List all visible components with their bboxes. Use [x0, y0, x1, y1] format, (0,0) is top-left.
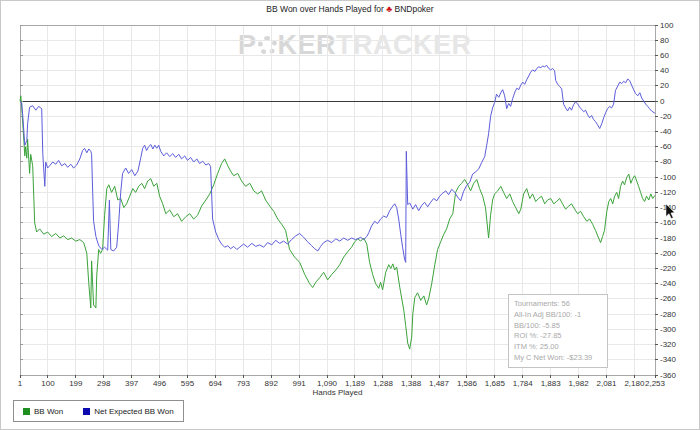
y-tick-label: -100 [660, 173, 677, 182]
x-tick-label: 1,982 [569, 379, 590, 388]
y-tick-label: -240 [660, 279, 677, 288]
legend-label: Net Expected BB Won [94, 407, 173, 416]
x-tick-label: 1,090 [317, 379, 338, 388]
x-tick-label: 2,081 [596, 379, 617, 388]
y-tick-label: -180 [660, 234, 677, 243]
x-tick-label: 892 [265, 379, 279, 388]
x-tick-label: 199 [69, 379, 83, 388]
net-expected-line [20, 65, 655, 262]
stats-line: ITM %: 25.00 [514, 342, 602, 353]
stats-line: All-In Adj BB/100: -1 [514, 310, 602, 321]
x-tick-label: 1,487 [429, 379, 450, 388]
x-tick-label: 2,253 [645, 379, 666, 388]
x-tick-label: 496 [153, 379, 167, 388]
x-tick-label: 2,180 [624, 379, 645, 388]
y-tick-label: -200 [660, 249, 677, 258]
y-tick-label: -300 [660, 325, 677, 334]
x-tick-label: 1 [18, 379, 23, 388]
x-tick-label: 1,189 [345, 379, 366, 388]
legend-item-bb-won: BB Won [23, 407, 63, 416]
x-tick-label: 595 [181, 379, 195, 388]
stats-line: Tournaments: 56 [514, 299, 602, 310]
x-tick-label: 100 [41, 379, 55, 388]
x-tick-label: 1,388 [401, 379, 422, 388]
y-tick-label: -340 [660, 355, 677, 364]
x-tick-label: 991 [292, 379, 306, 388]
x-tick-label: 1,883 [541, 379, 562, 388]
x-tick-label: 1,685 [485, 379, 506, 388]
y-tick-label: -40 [660, 127, 672, 136]
stats-line: BB/100: -5.85 [514, 321, 602, 332]
y-tick-label: -20 [660, 112, 672, 121]
y-tick-label: 80 [660, 36, 669, 45]
y-tick-label: -60 [660, 142, 672, 151]
x-axis-label: Hands Played [20, 388, 655, 397]
x-tick-label: 397 [125, 379, 139, 388]
x-tick-label: 298 [97, 379, 111, 388]
y-tick-label: -260 [660, 294, 677, 303]
y-tick-label: -280 [660, 310, 677, 319]
x-tick-label: 694 [209, 379, 223, 388]
legend-item-net-expected: Net Expected BB Won [83, 407, 173, 416]
y-tick-label: -80 [660, 157, 672, 166]
y-tick-label: -120 [660, 188, 677, 197]
legend-swatch-icon [83, 408, 90, 415]
y-tick-label: -320 [660, 340, 677, 349]
y-tick-label: 60 [660, 51, 669, 60]
y-tick-label: -220 [660, 264, 677, 273]
stats-line: ROI %: -27.85 [514, 331, 602, 342]
legend-label: BB Won [34, 407, 63, 416]
y-tick-label: 100 [660, 21, 674, 30]
x-tick-label: 793 [237, 379, 251, 388]
y-tick-label: 20 [660, 81, 669, 90]
x-tick-label: 1,586 [457, 379, 478, 388]
x-tick-label: 1,784 [513, 379, 534, 388]
y-tick-label: -160 [660, 218, 677, 227]
y-tick-label: 40 [660, 66, 669, 75]
stats-tooltip: Tournaments: 56All-In Adj BB/100: -1BB/1… [508, 294, 608, 368]
y-tick-label: 0 [660, 97, 665, 106]
legend: BB WonNet Expected BB Won [13, 400, 184, 422]
legend-swatch-icon [23, 408, 30, 415]
x-tick-label: 1,288 [373, 379, 394, 388]
stats-line: My C Net Won: -$23.39 [514, 353, 602, 364]
